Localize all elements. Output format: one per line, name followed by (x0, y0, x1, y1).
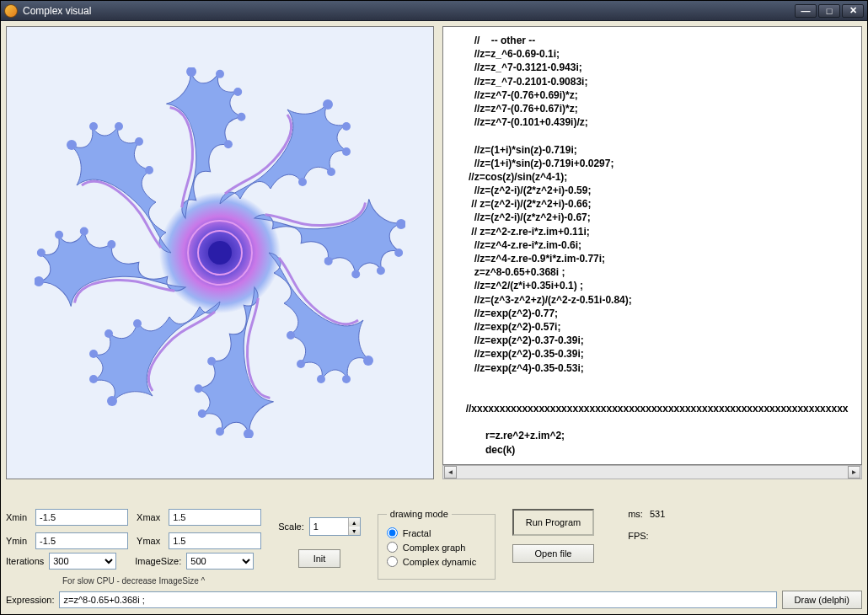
imagesize-label: ImageSize: (135, 556, 181, 566)
mode-dynamic-label: Complex dynamic (403, 557, 476, 567)
svg-point-9 (208, 241, 232, 265)
titlebar: Complex visual ― □ ✕ (1, 1, 867, 21)
stats-block: ms: 531 FPS: (628, 509, 665, 541)
drawing-mode-legend: drawing mode (387, 509, 452, 519)
ms-label: ms: (628, 509, 643, 519)
ymax-input[interactable] (169, 532, 261, 549)
xmax-label: Xmax (137, 512, 160, 522)
window-buttons: ― □ ✕ (795, 4, 864, 18)
maximize-button[interactable]: □ (818, 4, 840, 18)
scroll-right-icon[interactable]: ► (848, 466, 860, 479)
fractal-image (35, 67, 405, 438)
xmin-label: Xmin (6, 512, 27, 522)
mode-complex-graph[interactable]: Complex graph (387, 542, 486, 553)
horizontal-scrollbar[interactable]: ◄ ► (442, 465, 862, 479)
scale-spinner[interactable]: ▲ ▼ (309, 517, 361, 536)
xmax-input[interactable] (169, 509, 261, 526)
scale-label: Scale: (278, 521, 304, 532)
ms-value: 531 (650, 509, 665, 519)
fractal-canvas (6, 26, 434, 479)
mode-complex-dynamic[interactable]: Complex dynamic (387, 556, 486, 567)
draw-button[interactable]: Draw (delphi) (782, 591, 862, 609)
app-icon (4, 4, 18, 18)
top-row: // -- other -- //z=z_^6-0.69-0.1i; //z=z… (6, 26, 862, 504)
iterations-label: Iterations (6, 556, 44, 566)
scale-block: Scale: ▲ ▼ (278, 517, 361, 536)
client-area: // -- other -- //z=z_^6-0.69-0.1i; //z=z… (1, 21, 867, 614)
xmin-input[interactable] (35, 509, 128, 526)
drawing-mode-group: drawing mode Fractal Complex graph Compl… (378, 509, 496, 580)
iterations-select[interactable]: 300 (49, 553, 116, 570)
mode-graph-label: Complex graph (403, 543, 466, 553)
window-title: Complex visual (23, 5, 795, 17)
ymin-input[interactable] (35, 532, 128, 549)
controls-row: Xmin Xmax Ymin Ymax Iterations 300 Image… (6, 509, 862, 586)
fps-label: FPS: (628, 531, 648, 541)
scale-up-icon[interactable]: ▲ (348, 518, 360, 527)
code-panel: // -- other -- //z=z_^6-0.69-0.1i; //z=z… (442, 26, 862, 479)
action-buttons: Run Program Open file (512, 509, 594, 563)
code-editor[interactable]: // -- other -- //z=z_^6-0.69-0.1i; //z=z… (442, 26, 862, 465)
expression-label: Expression: (6, 595, 54, 605)
mode-dynamic-radio[interactable] (387, 556, 398, 567)
open-file-button[interactable]: Open file (512, 544, 594, 563)
mode-graph-radio[interactable] (387, 542, 398, 553)
coord-iter-block: Xmin Xmax Ymin Ymax Iterations 300 Image… (6, 509, 261, 586)
expression-input[interactable] (59, 591, 776, 608)
mode-fractal-radio[interactable] (387, 527, 398, 538)
coord-block: Xmin Xmax Ymin Ymax (6, 509, 261, 549)
cpu-hint: For slow CPU - decrease ImageSize ^ (6, 573, 261, 586)
iter-row: Iterations 300 ImageSize: 500 (6, 553, 261, 570)
mode-fractal[interactable]: Fractal (387, 527, 486, 538)
expression-row: Expression: Draw (delphi) (6, 591, 862, 609)
imagesize-select[interactable]: 500 (186, 553, 254, 570)
init-button[interactable]: Init (298, 549, 340, 568)
ymax-label: Ymax (137, 536, 160, 546)
ymin-label: Ymin (6, 536, 27, 546)
scroll-left-icon[interactable]: ◄ (444, 466, 457, 479)
minimize-button[interactable]: ― (795, 4, 817, 18)
scale-down-icon[interactable]: ▼ (348, 527, 360, 535)
app-window: Complex visual ― □ ✕ (0, 0, 868, 615)
mode-fractal-label: Fractal (403, 528, 431, 538)
close-button[interactable]: ✕ (842, 4, 864, 18)
scale-init-block: Scale: ▲ ▼ Init (278, 509, 361, 568)
run-program-button[interactable]: Run Program (512, 509, 594, 536)
scale-input[interactable] (310, 518, 348, 535)
